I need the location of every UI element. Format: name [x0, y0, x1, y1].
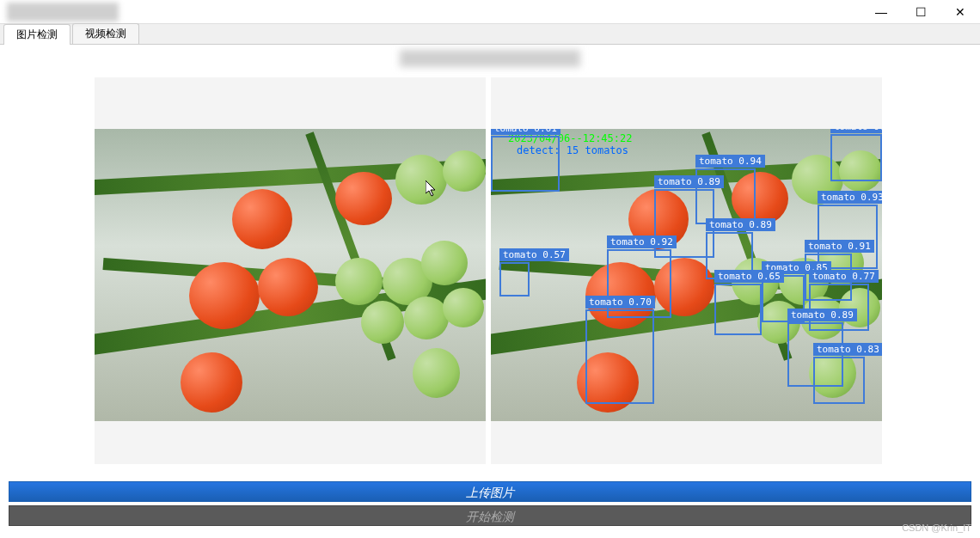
detection-bbox: tomato 0.: [830, 134, 882, 181]
detection-bbox: tomato 0.57: [499, 262, 530, 297]
main-content: 2023/04/06--12:45:22 detect: 15 tomatos …: [0, 45, 980, 474]
detection-label: tomato 0.70: [585, 296, 655, 309]
detection-label: tomato 0.92: [607, 235, 677, 248]
detection-label: tomato 0.91: [805, 240, 874, 253]
original-image: [95, 129, 486, 421]
detection-label: tomato 0.94: [695, 155, 765, 168]
detection-label: tomato 0.89: [654, 175, 724, 188]
detection-label: tomato 0.89: [706, 218, 775, 231]
window-title-blurred: [7, 3, 119, 21]
detection-bbox: tomato 0.65: [714, 284, 762, 335]
close-button[interactable]: ✕: [940, 0, 980, 24]
result-image: 2023/04/06--12:45:22 detect: 15 tomatos …: [491, 129, 882, 421]
watermark-text: CSDN @Krin_IT: [902, 523, 971, 533]
detection-label: tomato 0.57: [499, 248, 569, 261]
detection-label: tomato 0.77: [809, 270, 879, 283]
detection-label: tomato 0.83: [813, 343, 882, 356]
tab-image-detection[interactable]: 图片检测: [3, 24, 70, 45]
tab-bar: 图片检测 视频检测: [0, 24, 980, 45]
detection-bbox: tomato 0.61: [491, 136, 560, 192]
detection-label: tomato 0.: [830, 129, 882, 133]
detection-label: tomato 0.93: [818, 191, 882, 204]
window-titlebar: — ☐ ✕: [0, 0, 980, 24]
detection-label: tomato 0.65: [714, 270, 784, 283]
tab-video-detection[interactable]: 视频检测: [72, 23, 139, 44]
original-image-container: [95, 77, 486, 464]
upload-image-button[interactable]: 上传图片: [9, 481, 971, 502]
detection-label: tomato 0.61: [491, 129, 560, 135]
header-title-blurred: [400, 50, 580, 67]
detection-bbox: tomato 0.83: [813, 357, 865, 404]
result-image-container: 2023/04/06--12:45:22 detect: 15 tomatos …: [491, 77, 882, 464]
detection-label: tomato 0.89: [787, 309, 857, 321]
detection-bbox: tomato 0.70: [585, 309, 654, 404]
start-detection-button[interactable]: 开始检测: [9, 505, 971, 526]
maximize-button[interactable]: ☐: [901, 0, 940, 24]
minimize-button[interactable]: —: [861, 0, 901, 24]
